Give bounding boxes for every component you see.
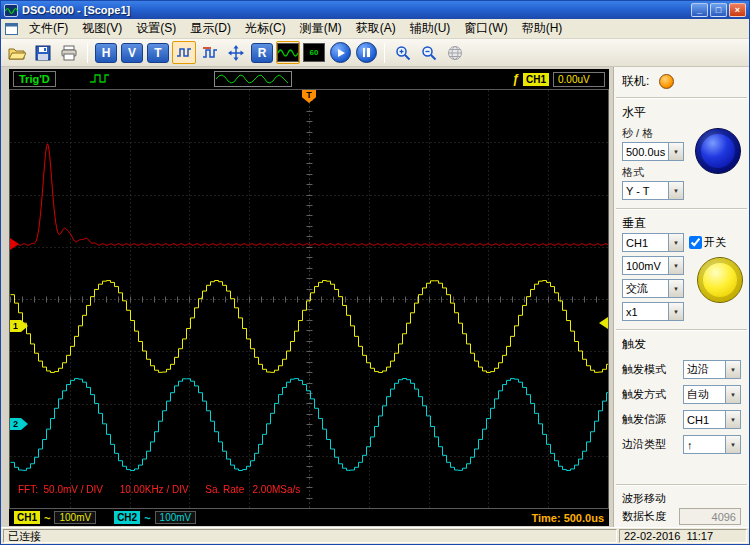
open-button[interactable] bbox=[5, 41, 29, 64]
print-button[interactable] bbox=[57, 41, 81, 64]
chevron-down-icon: ▼ bbox=[725, 361, 740, 378]
toolbar-separator bbox=[384, 43, 385, 63]
trigger-level-marker[interactable] bbox=[599, 317, 608, 329]
menu-display[interactable]: 显示(D) bbox=[183, 18, 238, 39]
chevron-down-icon: ▼ bbox=[725, 411, 740, 428]
chevron-down-icon: ▼ bbox=[725, 386, 740, 403]
trigger-sweep-select[interactable]: 自动 ▼ bbox=[683, 385, 741, 404]
menu-bar: 文件(F) 视图(V) 设置(S) 显示(D) 光标(C) 测量(M) 获取(A… bbox=[1, 19, 749, 39]
zoom-in-icon bbox=[395, 45, 411, 61]
edge-type-select[interactable]: ↑ ▼ bbox=[683, 435, 741, 454]
fft-trace-marker[interactable] bbox=[10, 238, 19, 250]
child-window-icon bbox=[5, 23, 18, 35]
app-icon bbox=[4, 4, 18, 17]
vertical-panel-button[interactable]: V bbox=[120, 41, 144, 64]
menu-settings[interactable]: 设置(S) bbox=[129, 18, 183, 39]
scope-display: T 1 2 FFT: 50.0mV / DIV 10.00KHz / DIV S… bbox=[9, 89, 609, 509]
app-window: DSO-6000 - [Scope1] _ □ × 文件(F) 视图(V) 设置… bbox=[0, 0, 750, 545]
ch2-scale[interactable]: 100mV bbox=[155, 511, 197, 524]
panel-separator bbox=[616, 329, 747, 331]
square-wave2-icon bbox=[202, 46, 218, 60]
trigger-mode-select[interactable]: 边沿 ▼ bbox=[683, 360, 741, 379]
trigger-sweep-label: 触发方式 bbox=[622, 387, 666, 402]
data-length-value: 4096 bbox=[679, 508, 741, 525]
signal-60-icon: 60 bbox=[310, 48, 319, 57]
horizontal-section-title: 水平 bbox=[614, 101, 749, 122]
menu-window[interactable]: 窗口(W) bbox=[457, 18, 514, 39]
zoom-out-button[interactable] bbox=[417, 41, 441, 64]
trigger-source-select[interactable]: CH1 ▼ bbox=[683, 410, 741, 429]
ch1-badge[interactable]: CH1 bbox=[14, 511, 40, 524]
main-content: Trig'D ƒ CH1 0.00uV bbox=[1, 67, 749, 529]
trigger-status-strip: Trig'D ƒ CH1 0.00uV bbox=[9, 69, 609, 89]
waveform-mode-button[interactable] bbox=[172, 41, 196, 64]
chevron-down-icon: ▼ bbox=[668, 143, 683, 160]
waveform-move-title: 波形移动 bbox=[614, 488, 749, 508]
zoom-out-icon bbox=[421, 45, 437, 61]
trigger-status-badge: Trig'D bbox=[13, 71, 56, 87]
datetime-status: 22-02-2016 11:17 bbox=[619, 529, 747, 543]
ch1-scale[interactable]: 100mV bbox=[54, 511, 96, 524]
trigger-panel-button[interactable]: T bbox=[146, 41, 170, 64]
chevron-down-icon: ▼ bbox=[668, 182, 683, 199]
scope-canvas[interactable] bbox=[10, 90, 608, 508]
waveform-preview[interactable] bbox=[214, 71, 292, 87]
network-button[interactable] bbox=[443, 41, 467, 64]
menu-file[interactable]: 文件(F) bbox=[22, 18, 75, 39]
waveform-display-button[interactable] bbox=[276, 41, 300, 64]
menu-acquire[interactable]: 获取(A) bbox=[349, 18, 403, 39]
sec-per-div-select[interactable]: 500.0us ▼ bbox=[622, 142, 684, 161]
channel-bar: CH1 ~ 100mV CH2 ~ 100mV Time: 500.0us bbox=[9, 509, 609, 526]
minimize-icon[interactable]: _ bbox=[691, 3, 708, 17]
channel-switch-checkbox[interactable] bbox=[689, 236, 702, 249]
menu-measure[interactable]: 测量(M) bbox=[293, 18, 349, 39]
timebase-readout: Time: 500.0us bbox=[531, 512, 604, 524]
ch2-coupling-icon: ~ bbox=[144, 512, 150, 524]
panel-separator bbox=[616, 484, 747, 486]
status-bar: 已连接 22-02-2016 11:17 bbox=[1, 527, 749, 544]
square-wave-icon bbox=[176, 46, 192, 60]
horizontal-panel-button[interactable]: H bbox=[94, 41, 118, 64]
menu-view[interactable]: 视图(V) bbox=[75, 18, 129, 39]
chevron-down-icon: ▼ bbox=[668, 234, 683, 251]
waveform-mode2-button[interactable] bbox=[198, 41, 222, 64]
channel-switch[interactable]: 开关 bbox=[689, 235, 726, 250]
coupling-select[interactable]: 交流 ▼ bbox=[622, 279, 684, 298]
ch2-badge[interactable]: CH2 bbox=[114, 511, 140, 524]
panel-separator bbox=[616, 208, 747, 210]
probe-select[interactable]: x1 ▼ bbox=[622, 302, 684, 321]
trigger-mode-label: 触发模式 bbox=[622, 362, 666, 377]
menu-utility[interactable]: 辅助(U) bbox=[403, 18, 458, 39]
tool-bar: H V T R bbox=[1, 39, 749, 67]
record-button[interactable]: R bbox=[250, 41, 274, 64]
channel-select[interactable]: CH1 ▼ bbox=[622, 233, 684, 252]
connection-led bbox=[659, 74, 674, 89]
ch2-trace-marker[interactable]: 2 bbox=[10, 418, 28, 430]
menu-cursor[interactable]: 光标(C) bbox=[238, 18, 293, 39]
acquire-mode-icon bbox=[90, 73, 110, 85]
chevron-down-icon: ▼ bbox=[668, 257, 683, 274]
pan-button[interactable] bbox=[224, 41, 248, 64]
horizontal-knob[interactable] bbox=[695, 128, 741, 174]
title-bar: DSO-6000 - [Scope1] _ □ × bbox=[1, 1, 749, 19]
close-icon[interactable]: × bbox=[729, 3, 746, 17]
zoom-in-button[interactable] bbox=[391, 41, 415, 64]
print-icon bbox=[60, 45, 78, 61]
format-select[interactable]: Y - T ▼ bbox=[622, 181, 684, 200]
ch1-coupling-icon: ~ bbox=[44, 512, 50, 524]
pause-button[interactable] bbox=[354, 41, 378, 64]
signal-source-button[interactable]: 60 bbox=[302, 41, 326, 64]
globe-icon bbox=[447, 45, 463, 61]
scope-column: Trig'D ƒ CH1 0.00uV bbox=[1, 67, 613, 529]
save-button[interactable] bbox=[31, 41, 55, 64]
maximize-icon[interactable]: □ bbox=[710, 3, 727, 17]
menu-help[interactable]: 帮助(H) bbox=[515, 18, 570, 39]
run-button[interactable] bbox=[328, 41, 352, 64]
ch1-trace-marker[interactable]: 1 bbox=[10, 320, 28, 332]
connection-status: 已连接 bbox=[3, 529, 617, 543]
vertical-knob[interactable] bbox=[697, 257, 743, 303]
control-panel: 联机: 水平 秒 / 格 500.0us ▼ 格式 Y - T ▼ 垂直 bbox=[613, 67, 749, 529]
pause-icon bbox=[363, 48, 370, 57]
volts-per-div-select[interactable]: 100mV ▼ bbox=[622, 256, 684, 275]
window-title: DSO-6000 - [Scope1] bbox=[22, 4, 689, 16]
